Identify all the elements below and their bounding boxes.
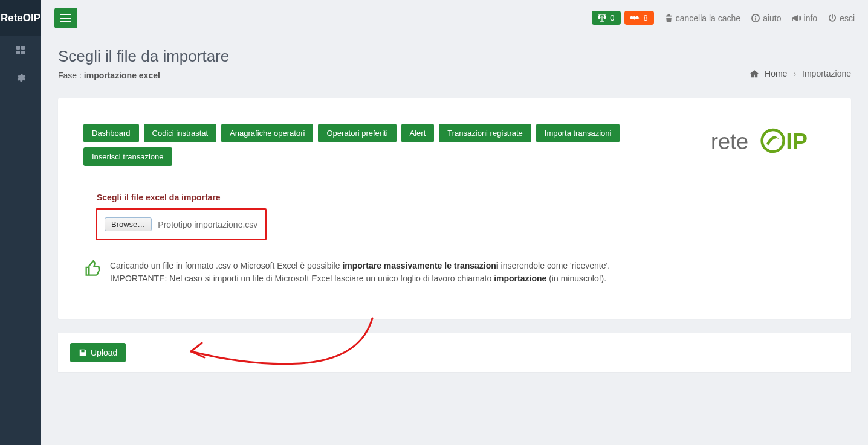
reteoip-logo: rete IP — [711, 124, 820, 158]
file-input-highlight: Browse… Prototipo importazione.csv — [96, 208, 267, 240]
hint-line1-a: Caricando un file in formato .csv o Micr… — [110, 261, 342, 271]
tab-alert[interactable]: Alert — [401, 124, 435, 142]
chevron-right-icon: › — [793, 69, 796, 78]
hint-row: Caricando un file in formato .csv o Micr… — [83, 260, 826, 285]
menu-toggle-button[interactable] — [54, 8, 77, 28]
phase-prefix: Fase : — [58, 71, 84, 80]
svg-point-11 — [762, 130, 784, 152]
nav-tabs: Dashboard Codici instrastat Anagrafiche … — [83, 124, 693, 166]
tab-inserisci-transazione[interactable]: Inserisci transazione — [83, 147, 172, 166]
hint-line1-b: importare massivamente le transazioni — [342, 261, 498, 271]
gears-icon — [15, 72, 26, 83]
topbar: 0 8 cancella la cache aiuto info esci — [41, 0, 868, 36]
hint-line2-b: importazione — [494, 274, 546, 283]
breadcrumb-home[interactable]: Home — [765, 69, 787, 78]
status-badges: 0 8 — [592, 11, 653, 25]
selected-file-name: Prototipo importazione.csv — [158, 220, 257, 229]
svg-rect-8 — [755, 18, 756, 20]
home-icon — [750, 69, 759, 78]
info-link[interactable]: info — [792, 13, 818, 23]
save-icon — [79, 348, 87, 357]
svg-rect-9 — [755, 16, 756, 17]
main-content: Scegli il file da importare Fase : impor… — [41, 0, 868, 372]
hint-text: Caricando un file in formato .csv o Micr… — [110, 260, 610, 285]
info-label: info — [804, 13, 818, 23]
handshake-count: 8 — [644, 13, 648, 22]
svg-text:rete: rete — [711, 129, 748, 154]
hint-line1-c: inserendole come 'ricevente'. — [499, 261, 610, 271]
upload-panel: Upload — [58, 333, 851, 372]
trash-icon — [665, 14, 673, 22]
balance-count: 0 — [610, 13, 614, 22]
svg-text:IP: IP — [786, 129, 808, 154]
browse-button[interactable]: Browse… — [105, 217, 152, 231]
svg-rect-3 — [21, 51, 25, 54]
logout-label: esci — [840, 13, 855, 23]
scale-icon — [598, 14, 606, 22]
tab-transazioni-registrate[interactable]: Transazioni registrate — [439, 124, 531, 142]
list-icon — [60, 14, 71, 22]
svg-rect-6 — [60, 21, 71, 22]
sidebar-item-settings[interactable] — [0, 64, 41, 92]
page-title: Scegli il file da importare — [58, 47, 229, 66]
page-header: Scegli il file da importare Fase : impor… — [41, 36, 868, 89]
tab-codici-instrastat[interactable]: Codici instrastat — [144, 124, 216, 142]
logout-link[interactable]: esci — [828, 13, 855, 23]
clear-cache-label: cancella la cache — [676, 13, 740, 23]
tab-operatori-preferiti[interactable]: Operatori preferiti — [318, 124, 396, 142]
info-circle-icon — [751, 14, 760, 22]
content-panel: Dashboard Codici instrastat Anagrafiche … — [58, 98, 851, 319]
tab-importa-transazioni[interactable]: Importa transazioni — [536, 124, 620, 142]
handshake-badge[interactable]: 8 — [624, 11, 654, 25]
annotation-arrow — [179, 315, 384, 382]
handshake-icon — [630, 14, 640, 22]
bullhorn-icon — [792, 14, 801, 22]
upload-button[interactable]: Upload — [70, 343, 126, 362]
tab-anagrafiche-operatori[interactable]: Anagrafiche operatori — [221, 124, 313, 142]
brand-name: ReteOIP — [0, 0, 41, 36]
sidebar: ReteOIP — [0, 0, 41, 445]
logo: rete IP — [711, 124, 826, 159]
hint-line2-a: IMPORTANTE: Nel caso si importi un file … — [110, 274, 494, 283]
svg-rect-4 — [60, 14, 71, 15]
file-field-label: Scegli il file excel da importare — [97, 193, 826, 202]
svg-rect-2 — [16, 51, 20, 54]
thumbs-up-icon — [83, 260, 100, 278]
phase-value: importazione excel — [84, 71, 160, 80]
upload-label: Upload — [91, 348, 117, 357]
svg-rect-0 — [16, 46, 20, 50]
tab-dashboard[interactable]: Dashboard — [83, 124, 139, 142]
svg-rect-5 — [60, 18, 71, 19]
svg-rect-1 — [21, 46, 25, 50]
grid-icon — [16, 45, 25, 55]
hint-line2-c: (in minuscolo!). — [546, 274, 606, 283]
balance-badge[interactable]: 0 — [592, 11, 620, 25]
sidebar-item-dashboard[interactable] — [0, 36, 41, 64]
clear-cache-link[interactable]: cancella la cache — [665, 13, 740, 23]
breadcrumb-current: Importazione — [802, 69, 851, 78]
power-icon — [828, 14, 837, 22]
help-label: aiuto — [763, 13, 781, 23]
breadcrumb: Home › Importazione — [750, 47, 851, 78]
help-link[interactable]: aiuto — [751, 13, 781, 23]
phase-line: Fase : importazione excel — [58, 71, 229, 80]
